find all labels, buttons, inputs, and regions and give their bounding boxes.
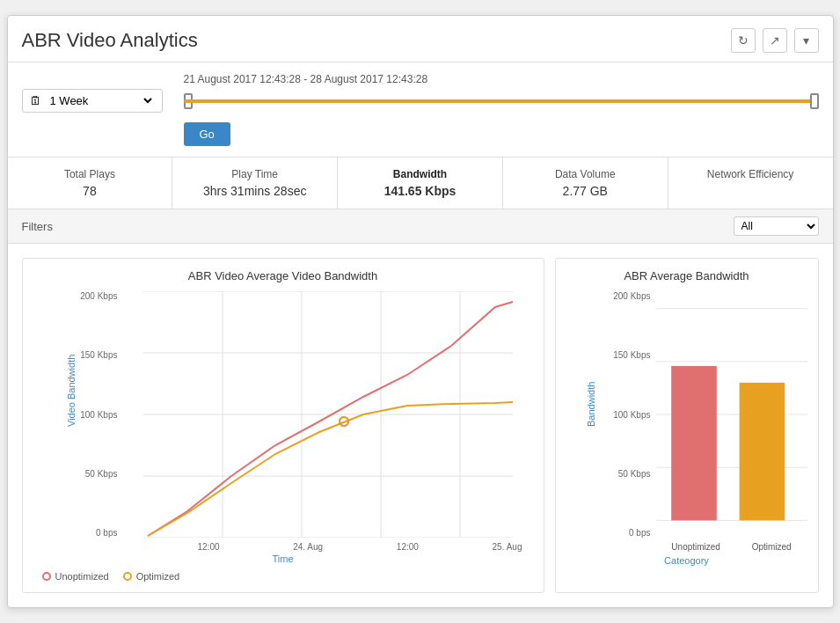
y-tick-100: 100 Kbps xyxy=(77,410,118,420)
bar-x-label-optimized: Optimized xyxy=(752,542,792,552)
calendar-icon: 🗓 xyxy=(30,94,41,107)
page-title: ABR Video Analytics xyxy=(22,29,198,52)
date-range-selector[interactable]: 🗓 1 Week 1 Day 1 Month xyxy=(22,89,163,113)
bar-unoptimized xyxy=(671,366,717,520)
y-tick-200: 200 Kbps xyxy=(77,291,118,301)
legend-item-unoptimized: Unoptimized xyxy=(42,571,109,582)
export-button[interactable]: ↗ xyxy=(763,28,787,53)
metric-bandwidth-value: 141.65 Kbps xyxy=(345,184,495,198)
line-chart-svg xyxy=(123,291,533,538)
bar-x-label-unoptimized: Unoptimized xyxy=(671,542,720,552)
slider-track xyxy=(184,99,819,103)
bar-chart-svg xyxy=(656,291,807,538)
y-tick-50: 50 Kbps xyxy=(77,469,118,479)
metric-play-time-label: Play Time xyxy=(179,168,330,180)
filters-label: Filters xyxy=(22,220,53,233)
legend-item-optimized: Optimized xyxy=(123,571,180,582)
bar-chart-title: ABR Average Bandwidth xyxy=(566,269,807,282)
metric-total-plays-label: Total Plays xyxy=(15,168,165,180)
x-tick-25aug: 25. Aug xyxy=(493,542,522,552)
x-tick-24aug: 24. Aug xyxy=(293,542,323,552)
go-button[interactable]: Go xyxy=(184,122,230,146)
bar-chart-container: ABR Average Bandwidth Bandwidth 200 Kbps… xyxy=(555,258,819,593)
metric-data-volume[interactable]: Data Volume 2.77 GB xyxy=(503,158,668,209)
filters-select-container: All Unoptimized Optimized xyxy=(734,216,819,236)
metric-data-volume-value: 2.77 GB xyxy=(510,184,661,198)
timeline-slider[interactable] xyxy=(184,92,819,110)
line-chart-x-label: Time xyxy=(33,553,533,564)
metric-bandwidth[interactable]: Bandwidth 141.65 Kbps xyxy=(338,158,503,209)
main-window: ABR Video Analytics ↻ ↗ ▾ 🗓 1 Week 1 Day… xyxy=(7,15,834,608)
metrics-row: Total Plays 78 Play Time 3hrs 31mins 28s… xyxy=(8,158,833,209)
metric-data-volume-label: Data Volume xyxy=(510,168,661,180)
timeline-label: 21 August 2017 12:43:28 - 28 August 2017… xyxy=(184,73,819,85)
bar-y-tick-150: 150 Kbps xyxy=(610,350,651,360)
timeline-section: 21 August 2017 12:43:28 - 28 August 2017… xyxy=(184,73,819,146)
legend-label-optimized: Optimized xyxy=(136,571,180,582)
x-tick-1200-2: 12:00 xyxy=(397,542,419,552)
filters-select[interactable]: All Unoptimized Optimized xyxy=(734,216,819,236)
line-chart-title: ABR Video Average Video Bandwidth xyxy=(33,269,533,282)
bar-optimized xyxy=(739,383,785,521)
metric-total-plays[interactable]: Total Plays 78 xyxy=(8,158,173,209)
bar-y-tick-50: 50 Kbps xyxy=(610,469,651,479)
bar-y-tick-100: 100 Kbps xyxy=(610,410,651,420)
header-actions: ↻ ↗ ▾ xyxy=(731,28,819,53)
bar-chart-x-label: Cateogory xyxy=(566,555,807,566)
more-button[interactable]: ▾ xyxy=(794,28,819,53)
metric-play-time-value: 3hrs 31mins 28sec xyxy=(179,184,330,198)
y-tick-0: 0 bps xyxy=(77,528,118,538)
x-tick-1200: 12:00 xyxy=(198,542,220,552)
charts-section: ABR Video Average Video Bandwidth Video … xyxy=(8,244,833,607)
metric-network-efficiency-label: Network Efficiency xyxy=(676,168,826,180)
filters-bar: Filters All Unoptimized Optimized xyxy=(8,209,833,244)
metric-play-time[interactable]: Play Time 3hrs 31mins 28sec xyxy=(172,158,338,209)
legend-label-unoptimized: Unoptimized xyxy=(55,571,109,582)
controls-section: 🗓 1 Week 1 Day 1 Month 21 August 2017 12… xyxy=(8,62,833,158)
slider-handle-right[interactable] xyxy=(810,93,819,109)
legend-dot-optimized xyxy=(123,572,132,581)
bar-y-tick-0: 0 bps xyxy=(610,528,651,538)
legend-dot-unoptimized xyxy=(42,572,51,581)
y-tick-150: 150 Kbps xyxy=(77,350,118,360)
header: ABR Video Analytics ↻ ↗ ▾ xyxy=(8,16,833,62)
metric-bandwidth-label: Bandwidth xyxy=(345,168,495,180)
bar-y-tick-200: 200 Kbps xyxy=(610,291,651,301)
metric-total-plays-value: 78 xyxy=(15,184,165,198)
line-chart-legend: Unoptimized Optimized xyxy=(33,571,533,582)
line-chart-container: ABR Video Average Video Bandwidth Video … xyxy=(22,258,544,593)
date-range-select[interactable]: 1 Week 1 Day 1 Month xyxy=(47,93,155,108)
line-chart-y-label: Video Bandwidth xyxy=(66,355,77,427)
bar-chart-y-label: Bandwidth xyxy=(585,382,595,427)
refresh-button[interactable]: ↻ xyxy=(731,28,756,53)
metric-network-efficiency[interactable]: Network Efficiency xyxy=(668,158,833,209)
